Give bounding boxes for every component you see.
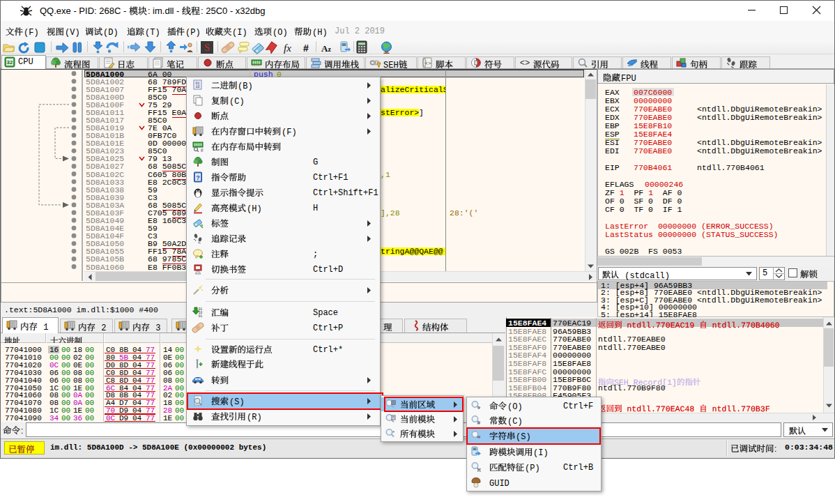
svg-text:10: 10 bbox=[195, 85, 199, 89]
svg-text:01: 01 bbox=[199, 314, 203, 318]
svg-text:<>: <> bbox=[424, 60, 431, 66]
svg-text:<>: <> bbox=[520, 59, 530, 68]
svg-text:>: > bbox=[477, 405, 480, 411]
svg-text:#: # bbox=[477, 420, 481, 426]
svg-text:?: ? bbox=[196, 174, 200, 181]
svg-text:@: @ bbox=[201, 148, 204, 153]
svg-text:S: S bbox=[204, 43, 210, 53]
svg-text:*: * bbox=[392, 429, 394, 436]
